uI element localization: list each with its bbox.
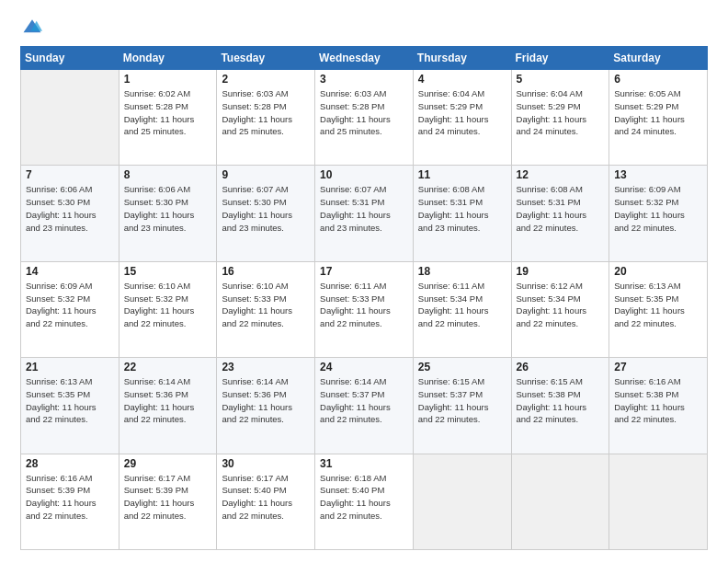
calendar-table: SundayMondayTuesdayWednesdayThursdayFrid… (20, 46, 708, 550)
day-number: 21 (26, 361, 114, 373)
day-cell: 1Sunrise: 6:02 AMSunset: 5:28 PMDaylight… (119, 70, 217, 166)
week-row-3: 14Sunrise: 6:09 AMSunset: 5:32 PMDayligh… (21, 261, 708, 357)
day-number: 20 (614, 265, 702, 278)
day-number: 15 (124, 265, 212, 278)
week-row-4: 21Sunrise: 6:13 AMSunset: 5:35 PMDayligh… (21, 358, 708, 454)
day-cell: 27Sunrise: 6:16 AMSunset: 5:38 PMDayligh… (609, 358, 708, 454)
logo-icon (22, 17, 42, 37)
day-info: Sunrise: 6:18 AMSunset: 5:40 PMDaylight:… (320, 472, 408, 523)
day-cell: 16Sunrise: 6:10 AMSunset: 5:33 PMDayligh… (217, 261, 315, 357)
column-header-sunday: Sunday (21, 47, 119, 70)
day-number: 26 (517, 361, 605, 373)
day-number: 14 (26, 265, 114, 278)
column-header-wednesday: Wednesday (315, 47, 414, 70)
day-cell: 17Sunrise: 6:11 AMSunset: 5:33 PMDayligh… (315, 261, 414, 357)
day-info: Sunrise: 6:08 AMSunset: 5:31 PMDaylight:… (517, 183, 605, 234)
day-info: Sunrise: 6:16 AMSunset: 5:38 PMDaylight:… (614, 375, 702, 426)
day-number: 17 (320, 265, 408, 278)
day-number: 2 (222, 73, 310, 86)
calendar-header: SundayMondayTuesdayWednesdayThursdayFrid… (21, 47, 708, 70)
day-info: Sunrise: 6:06 AMSunset: 5:30 PMDaylight:… (26, 183, 114, 234)
day-info: Sunrise: 6:03 AMSunset: 5:28 PMDaylight:… (320, 87, 408, 138)
header (20, 17, 708, 37)
day-cell: 12Sunrise: 6:08 AMSunset: 5:31 PMDayligh… (511, 166, 609, 261)
day-number: 7 (26, 168, 114, 181)
day-cell: 8Sunrise: 6:06 AMSunset: 5:30 PMDaylight… (119, 166, 217, 261)
day-cell: 7Sunrise: 6:06 AMSunset: 5:30 PMDaylight… (21, 166, 119, 261)
column-header-saturday: Saturday (609, 47, 708, 70)
day-info: Sunrise: 6:17 AMSunset: 5:40 PMDaylight:… (222, 472, 310, 523)
week-row-5: 28Sunrise: 6:16 AMSunset: 5:39 PMDayligh… (21, 454, 708, 549)
logo (20, 17, 44, 37)
day-cell: 31Sunrise: 6:18 AMSunset: 5:40 PMDayligh… (315, 454, 414, 549)
day-info: Sunrise: 6:10 AMSunset: 5:32 PMDaylight:… (124, 280, 212, 330)
day-info: Sunrise: 6:15 AMSunset: 5:38 PMDaylight:… (517, 375, 605, 426)
day-cell (609, 454, 708, 549)
day-info: Sunrise: 6:12 AMSunset: 5:34 PMDaylight:… (517, 280, 605, 330)
day-cell: 24Sunrise: 6:14 AMSunset: 5:37 PMDayligh… (315, 358, 414, 454)
day-info: Sunrise: 6:11 AMSunset: 5:33 PMDaylight:… (320, 280, 408, 330)
day-info: Sunrise: 6:05 AMSunset: 5:29 PMDaylight:… (614, 87, 702, 138)
day-info: Sunrise: 6:03 AMSunset: 5:28 PMDaylight:… (222, 87, 310, 138)
day-cell: 2Sunrise: 6:03 AMSunset: 5:28 PMDaylight… (217, 70, 315, 166)
day-info: Sunrise: 6:07 AMSunset: 5:30 PMDaylight:… (222, 183, 310, 234)
day-info: Sunrise: 6:15 AMSunset: 5:37 PMDaylight:… (418, 375, 506, 426)
day-cell: 19Sunrise: 6:12 AMSunset: 5:34 PMDayligh… (511, 261, 609, 357)
day-number: 31 (320, 457, 408, 470)
day-number: 18 (418, 265, 506, 278)
day-info: Sunrise: 6:11 AMSunset: 5:34 PMDaylight:… (418, 280, 506, 330)
day-cell: 3Sunrise: 6:03 AMSunset: 5:28 PMDaylight… (315, 70, 414, 166)
day-cell (413, 454, 511, 549)
day-cell: 5Sunrise: 6:04 AMSunset: 5:29 PMDaylight… (511, 70, 609, 166)
day-number: 10 (320, 168, 408, 181)
day-info: Sunrise: 6:09 AMSunset: 5:32 PMDaylight:… (614, 183, 702, 234)
day-number: 22 (124, 361, 212, 373)
calendar-body: 1Sunrise: 6:02 AMSunset: 5:28 PMDaylight… (21, 70, 708, 550)
day-info: Sunrise: 6:09 AMSunset: 5:32 PMDaylight:… (26, 280, 114, 330)
day-cell: 6Sunrise: 6:05 AMSunset: 5:29 PMDaylight… (609, 70, 708, 166)
day-info: Sunrise: 6:08 AMSunset: 5:31 PMDaylight:… (418, 183, 506, 234)
day-info: Sunrise: 6:10 AMSunset: 5:33 PMDaylight:… (222, 280, 310, 330)
day-number: 11 (418, 168, 506, 181)
day-cell: 25Sunrise: 6:15 AMSunset: 5:37 PMDayligh… (413, 358, 511, 454)
column-header-friday: Friday (511, 47, 609, 70)
day-number: 19 (517, 265, 605, 278)
day-cell: 26Sunrise: 6:15 AMSunset: 5:38 PMDayligh… (511, 358, 609, 454)
day-cell: 23Sunrise: 6:14 AMSunset: 5:36 PMDayligh… (217, 358, 315, 454)
day-cell: 29Sunrise: 6:17 AMSunset: 5:39 PMDayligh… (119, 454, 217, 549)
day-number: 23 (222, 361, 310, 373)
day-number: 29 (124, 457, 212, 470)
day-number: 28 (26, 457, 114, 470)
day-cell: 13Sunrise: 6:09 AMSunset: 5:32 PMDayligh… (609, 166, 708, 261)
day-info: Sunrise: 6:04 AMSunset: 5:29 PMDaylight:… (517, 87, 605, 138)
day-info: Sunrise: 6:02 AMSunset: 5:28 PMDaylight:… (124, 87, 212, 138)
day-cell: 30Sunrise: 6:17 AMSunset: 5:40 PMDayligh… (217, 454, 315, 549)
day-info: Sunrise: 6:13 AMSunset: 5:35 PMDaylight:… (26, 375, 114, 426)
day-cell: 4Sunrise: 6:04 AMSunset: 5:29 PMDaylight… (413, 70, 511, 166)
day-number: 4 (418, 73, 506, 86)
page: SundayMondayTuesdayWednesdayThursdayFrid… (0, 0, 728, 563)
day-number: 1 (124, 73, 212, 86)
column-header-tuesday: Tuesday (217, 47, 315, 70)
day-info: Sunrise: 6:17 AMSunset: 5:39 PMDaylight:… (124, 472, 212, 523)
day-cell: 18Sunrise: 6:11 AMSunset: 5:34 PMDayligh… (413, 261, 511, 357)
day-cell: 11Sunrise: 6:08 AMSunset: 5:31 PMDayligh… (413, 166, 511, 261)
day-info: Sunrise: 6:07 AMSunset: 5:31 PMDaylight:… (320, 183, 408, 234)
day-cell: 9Sunrise: 6:07 AMSunset: 5:30 PMDaylight… (217, 166, 315, 261)
day-info: Sunrise: 6:14 AMSunset: 5:36 PMDaylight:… (124, 375, 212, 426)
day-cell: 20Sunrise: 6:13 AMSunset: 5:35 PMDayligh… (609, 261, 708, 357)
day-number: 25 (418, 361, 506, 373)
day-cell: 21Sunrise: 6:13 AMSunset: 5:35 PMDayligh… (21, 358, 119, 454)
day-info: Sunrise: 6:16 AMSunset: 5:39 PMDaylight:… (26, 472, 114, 523)
day-number: 27 (614, 361, 702, 373)
column-header-thursday: Thursday (413, 47, 511, 70)
day-cell: 15Sunrise: 6:10 AMSunset: 5:32 PMDayligh… (119, 261, 217, 357)
day-number: 5 (517, 73, 605, 86)
day-info: Sunrise: 6:13 AMSunset: 5:35 PMDaylight:… (614, 280, 702, 330)
day-cell: 10Sunrise: 6:07 AMSunset: 5:31 PMDayligh… (315, 166, 414, 261)
day-cell: 22Sunrise: 6:14 AMSunset: 5:36 PMDayligh… (119, 358, 217, 454)
day-number: 13 (614, 168, 702, 181)
day-cell (21, 70, 119, 166)
day-info: Sunrise: 6:04 AMSunset: 5:29 PMDaylight:… (418, 87, 506, 138)
header-row: SundayMondayTuesdayWednesdayThursdayFrid… (21, 47, 708, 70)
